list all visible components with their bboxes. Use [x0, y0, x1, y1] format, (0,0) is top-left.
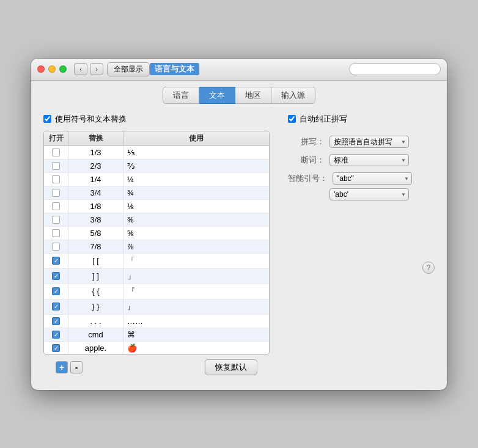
use-9: 」: [123, 269, 269, 284]
row-checkbox-10[interactable]: ✓: [52, 287, 60, 295]
row-checkbox-1[interactable]: [52, 162, 60, 170]
row-checkbox-4[interactable]: [52, 202, 60, 210]
replace-10: { {: [68, 284, 123, 299]
col-use: 使用: [123, 131, 269, 145]
use-8: 「: [123, 254, 269, 268]
use-13: ⌘: [123, 328, 269, 341]
table-row: 1/8 ⅛: [44, 200, 269, 213]
use-symbols-checkbox[interactable]: [43, 115, 51, 123]
hyphen-select[interactable]: 标准: [329, 154, 409, 166]
remove-button[interactable]: -: [70, 361, 83, 373]
use-11: 』: [123, 299, 269, 314]
tab-input-source[interactable]: 输入源: [271, 87, 315, 104]
row-checkbox-0[interactable]: [52, 149, 60, 156]
replace-5: 3/8: [68, 213, 123, 226]
row-checkbox-7[interactable]: [52, 243, 60, 251]
col-on: 打开: [44, 131, 68, 145]
single-quote-select-wrap: 'abc': [329, 188, 409, 200]
use-6: ⅝: [123, 227, 269, 240]
traffic-lights: [37, 65, 67, 73]
add-button[interactable]: +: [56, 361, 68, 373]
use-12: ……: [123, 315, 269, 328]
auto-correct-label: 自动纠正拼写: [300, 114, 347, 125]
smart-quotes-label: 智能引号：: [288, 173, 328, 184]
substitution-table: 打开 替换 使用 1/3 ⅓ 2/3 ⅔: [43, 131, 270, 354]
row-checkbox-11[interactable]: ✓: [52, 303, 60, 310]
replace-14: apple.: [68, 342, 123, 354]
replace-0: 1/3: [68, 146, 123, 159]
replace-13: cmd: [68, 328, 123, 341]
auto-correct-row: 自动纠正拼写: [288, 114, 435, 125]
hyphen-row: 断词： 标准: [288, 154, 435, 166]
table-row: ✓ [ [ 「: [44, 254, 269, 269]
smart-quotes-row: 智能引号： "abc" 'abc': [288, 172, 435, 200]
spell-select-wrap: 按照语言自动拼写: [329, 136, 409, 148]
left-panel: 使用符号和文本替换 打开 替换 使用 1/3 ⅓: [43, 114, 270, 380]
table-row: 3/8 ⅜: [44, 213, 269, 227]
table-row: ✓ ] ] 」: [44, 269, 269, 284]
content-area: 使用符号和文本替换 打开 替换 使用 1/3 ⅓: [31, 104, 447, 390]
search-box: 🔍: [349, 63, 441, 75]
row-checkbox-6[interactable]: [52, 229, 60, 237]
window-title: 语言与文本: [150, 63, 199, 75]
search-input[interactable]: [349, 63, 441, 75]
replace-11: } }: [68, 299, 123, 314]
show-all-button[interactable]: 全部显示: [107, 62, 150, 76]
use-5: ⅜: [123, 213, 269, 226]
spell-select[interactable]: 按照语言自动拼写: [329, 136, 409, 148]
use-2: ¼: [123, 173, 269, 186]
single-quote-select[interactable]: 'abc': [329, 188, 409, 200]
table-row: 1/3 ⅓: [44, 146, 269, 160]
minimize-button[interactable]: [48, 65, 56, 73]
tab-region[interactable]: 地区: [235, 87, 271, 104]
right-bottom: ?: [288, 262, 435, 280]
use-1: ⅔: [123, 160, 269, 172]
double-quote-select-wrap: "abc": [333, 172, 412, 185]
use-symbols-label: 使用符号和文本替换: [55, 114, 127, 125]
row-checkbox-3[interactable]: [52, 189, 60, 197]
help-button[interactable]: ?: [422, 262, 435, 274]
row-checkbox-13[interactable]: ✓: [52, 331, 60, 339]
replace-4: 1/8: [68, 200, 123, 213]
forward-button[interactable]: ›: [90, 63, 103, 75]
table-row: 1/4 ¼: [44, 173, 269, 186]
table-row: ✓ cmd ⌘: [44, 328, 269, 342]
row-checkbox-9[interactable]: ✓: [52, 272, 60, 280]
back-button[interactable]: ‹: [74, 63, 87, 75]
main-window: ‹ › 全部显示 语言与文本 🔍 语言 文本 地区 输入源 使用符号和文本替换 …: [31, 59, 447, 390]
table-row: 2/3 ⅔: [44, 160, 269, 173]
replace-8: [ [: [68, 254, 123, 268]
titlebar: ‹ › 全部显示 语言与文本 🔍: [31, 59, 447, 81]
spell-row: 拼写： 按照语言自动拼写: [288, 136, 435, 148]
col-replace: 替换: [68, 131, 123, 145]
bottom-bar: + - 恢复默认: [43, 354, 270, 380]
close-button[interactable]: [37, 65, 45, 73]
replace-2: 1/4: [68, 173, 123, 186]
nav-buttons: ‹ ›: [74, 63, 103, 75]
table-body: 1/3 ⅓ 2/3 ⅔ 1/4 ¼ 3/4: [44, 146, 269, 354]
tab-text[interactable]: 文本: [199, 87, 235, 104]
row-checkbox-12[interactable]: ✓: [52, 317, 60, 325]
tab-language[interactable]: 语言: [163, 87, 199, 104]
replace-1: 2/3: [68, 160, 123, 172]
restore-button[interactable]: 恢复默认: [205, 359, 257, 375]
auto-correct-checkbox[interactable]: [288, 115, 296, 123]
hyphen-label: 断词：: [288, 155, 325, 166]
right-panel: 自动纠正拼写 拼写： 按照语言自动拼写 断词： 标准: [288, 114, 435, 380]
row-checkbox-14[interactable]: ✓: [52, 344, 60, 352]
tabs-bar: 语言 文本 地区 输入源: [31, 81, 447, 104]
table-row: ✓ } } 』: [44, 299, 269, 315]
replace-12: . . .: [68, 315, 123, 328]
table-row: 7/8 ⅞: [44, 240, 269, 254]
maximize-button[interactable]: [59, 65, 67, 73]
row-checkbox-2[interactable]: [52, 175, 60, 183]
table-row: ✓ . . . ……: [44, 315, 269, 328]
table-row: 3/4 ¾: [44, 186, 269, 200]
replace-9: ] ]: [68, 269, 123, 284]
row-checkbox-8[interactable]: ✓: [52, 257, 60, 265]
double-quote-select[interactable]: "abc": [333, 172, 412, 185]
row-checkbox-5[interactable]: [52, 216, 60, 224]
replace-7: 7/8: [68, 240, 123, 253]
use-10: 『: [123, 284, 269, 299]
hyphen-select-wrap: 标准: [329, 154, 409, 166]
